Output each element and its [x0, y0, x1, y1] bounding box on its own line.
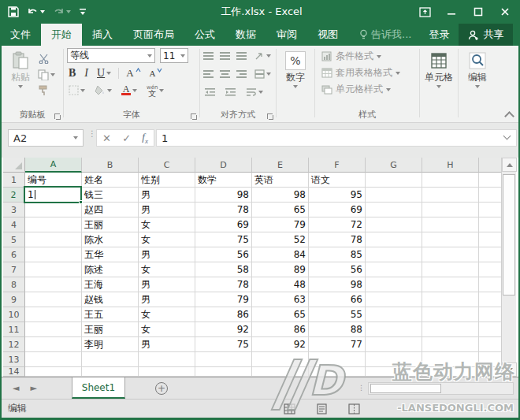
- row-header-6[interactable]: 6: [3, 247, 25, 262]
- cell-A2[interactable]: 1: [25, 188, 82, 203]
- next-sheet-button[interactable]: ►: [30, 383, 36, 393]
- cell-styles-dropdown-icon[interactable]: [386, 88, 391, 91]
- row-header-7[interactable]: 7: [3, 262, 25, 277]
- alignment-dialog-launcher[interactable]: [266, 113, 274, 121]
- number-format-button[interactable]: % 数字: [280, 48, 311, 88]
- redo-button[interactable]: [53, 7, 71, 17]
- conditional-formatting-button[interactable]: 条件格式: [321, 48, 416, 65]
- underline-dropdown-icon[interactable]: [106, 72, 111, 75]
- wrap-text-dropdown-icon[interactable]: [258, 91, 263, 94]
- cell-E1[interactable]: 英语: [252, 173, 309, 188]
- cell-partial-2[interactable]: [479, 188, 502, 203]
- column-header-C[interactable]: C: [139, 158, 195, 173]
- tab-home[interactable]: 开始: [41, 24, 82, 46]
- cell-A4[interactable]: [25, 217, 82, 232]
- tab-data[interactable]: 数据: [225, 24, 266, 46]
- cell-E12[interactable]: 92: [252, 337, 309, 352]
- previous-sheet-button[interactable]: ◄: [13, 383, 19, 393]
- cell-styles-button[interactable]: 单元格样式: [321, 81, 416, 98]
- row-header-5[interactable]: 5: [3, 232, 25, 247]
- cell-H7[interactable]: [422, 262, 479, 277]
- tell-me-button[interactable]: 告诉我...: [351, 24, 419, 46]
- row-header-12[interactable]: 12: [3, 337, 25, 352]
- phonetic-dropdown-icon[interactable]: [159, 89, 164, 92]
- cell-B14[interactable]: [82, 367, 139, 377]
- cell-D12[interactable]: 75: [195, 337, 252, 352]
- confirm-entry-button[interactable]: ✓: [122, 132, 131, 144]
- row-header-14[interactable]: 14: [3, 367, 25, 377]
- cell-E2[interactable]: 98: [252, 188, 309, 203]
- formula-input[interactable]: 1: [156, 129, 517, 147]
- grow-font-button[interactable]: A: [124, 66, 142, 80]
- cell-F1[interactable]: 语文: [309, 173, 366, 188]
- undo-dropdown-icon[interactable]: [40, 10, 45, 13]
- borders-dropdown-icon[interactable]: [80, 89, 85, 92]
- share-button[interactable]: 共享: [459, 24, 513, 46]
- cell-H12[interactable]: [422, 337, 479, 352]
- clipboard-dialog-launcher[interactable]: [54, 113, 61, 121]
- cell-F2[interactable]: 95: [309, 188, 366, 203]
- tab-scroll-splitter[interactable]: ⋮: [358, 387, 368, 389]
- cell-G4[interactable]: [366, 217, 422, 232]
- customize-qat-button[interactable]: [79, 7, 87, 17]
- underline-button[interactable]: U: [95, 66, 113, 80]
- cell-H10[interactable]: [422, 307, 479, 322]
- cell-G11[interactable]: [366, 322, 422, 337]
- cell-D6[interactable]: 56: [195, 247, 252, 262]
- column-header-partial[interactable]: [479, 158, 502, 173]
- cell-B11[interactable]: 王丽: [82, 322, 139, 337]
- scroll-down-button[interactable]: [502, 362, 517, 377]
- cell-E10[interactable]: 65: [252, 307, 309, 322]
- row-header-8[interactable]: 8: [3, 277, 25, 292]
- tab-review[interactable]: 审阅: [266, 24, 307, 46]
- cell-C2[interactable]: 男: [139, 188, 195, 203]
- fill-color-dropdown-icon[interactable]: [107, 89, 112, 92]
- cell-partial-11[interactable]: [479, 322, 502, 337]
- name-box[interactable]: A2: [8, 129, 84, 147]
- vertical-scrollbar[interactable]: [501, 158, 516, 377]
- cell-D1[interactable]: 数学: [195, 173, 252, 188]
- cell-A6[interactable]: [25, 247, 82, 262]
- cell-B12[interactable]: 李明: [82, 337, 139, 352]
- cell-A5[interactable]: [25, 232, 82, 247]
- scroll-up-button[interactable]: [502, 158, 517, 172]
- horizontal-scrollbar-thumb[interactable]: [370, 384, 441, 393]
- cell-G14[interactable]: [366, 367, 422, 377]
- conditional-formatting-dropdown-icon[interactable]: [377, 55, 381, 58]
- cell-A8[interactable]: [25, 277, 82, 292]
- cell-A9[interactable]: [25, 292, 82, 307]
- cell-F6[interactable]: 85: [309, 247, 366, 262]
- sign-in-button[interactable]: 登录: [419, 24, 459, 46]
- cell-partial-8[interactable]: [479, 277, 502, 292]
- top-align-icon[interactable]: [203, 52, 214, 60]
- cell-E3[interactable]: 65: [252, 203, 309, 217]
- tab-view[interactable]: 视图: [307, 24, 348, 46]
- cell-H6[interactable]: [422, 247, 479, 262]
- cell-F10[interactable]: 55: [309, 307, 366, 322]
- cell-H1[interactable]: [422, 173, 479, 188]
- decrease-indent-button[interactable]: [203, 85, 217, 98]
- ribbon-display-options-button[interactable]: [411, 0, 438, 24]
- undo-button[interactable]: [27, 7, 45, 17]
- cell-C3[interactable]: 男: [139, 203, 195, 217]
- cell-G8[interactable]: [366, 277, 422, 292]
- italic-button[interactable]: I: [83, 66, 90, 80]
- cell-C9[interactable]: 男: [139, 292, 195, 307]
- orientation-dropdown-icon[interactable]: [266, 54, 271, 58]
- cell-H4[interactable]: [422, 217, 479, 232]
- font-dialog-launcher[interactable]: [190, 113, 198, 121]
- cell-E6[interactable]: 84: [252, 247, 309, 262]
- cell-F13[interactable]: [309, 352, 366, 367]
- shrink-font-button[interactable]: A: [148, 66, 165, 80]
- cell-C6[interactable]: 男: [139, 247, 195, 262]
- cell-C12[interactable]: 男: [139, 337, 195, 352]
- insert-function-button[interactable]: fx: [142, 131, 148, 145]
- cell-H8[interactable]: [422, 277, 479, 292]
- cell-A10[interactable]: [25, 307, 82, 322]
- tab-formulas[interactable]: 公式: [184, 24, 225, 46]
- cell-C11[interactable]: 女: [139, 322, 195, 337]
- cell-H9[interactable]: [422, 292, 479, 307]
- cell-F5[interactable]: 78: [309, 232, 366, 247]
- cell-B10[interactable]: 王五: [82, 307, 139, 322]
- cell-H2[interactable]: [422, 188, 479, 203]
